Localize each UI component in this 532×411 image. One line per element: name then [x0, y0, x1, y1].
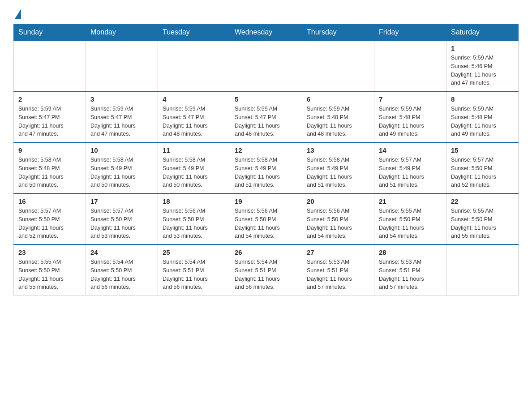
day-info: Sunrise: 5:57 AMSunset: 5:49 PMDaylight:… — [379, 156, 442, 189]
day-number: 7 — [379, 95, 442, 103]
table-row: 10Sunrise: 5:58 AMSunset: 5:49 PMDayligh… — [86, 142, 158, 193]
day-number: 10 — [90, 146, 153, 154]
table-row: 27Sunrise: 5:53 AMSunset: 5:51 PMDayligh… — [302, 244, 374, 295]
day-info: Sunrise: 5:56 AMSunset: 5:50 PMDaylight:… — [307, 207, 369, 240]
col-thursday: Thursday — [302, 25, 374, 41]
table-row: 16Sunrise: 5:57 AMSunset: 5:50 PMDayligh… — [14, 193, 86, 244]
day-number: 14 — [379, 146, 442, 154]
day-info: Sunrise: 5:54 AMSunset: 5:51 PMDaylight:… — [163, 258, 225, 291]
table-row: 9Sunrise: 5:58 AMSunset: 5:48 PMDaylight… — [14, 142, 86, 193]
day-number: 8 — [451, 95, 514, 103]
table-row: 1Sunrise: 5:59 AMSunset: 5:46 PMDaylight… — [446, 40, 519, 91]
table-row: 2Sunrise: 5:59 AMSunset: 5:47 PMDaylight… — [14, 91, 86, 142]
day-number: 9 — [18, 146, 81, 154]
day-number: 19 — [235, 197, 297, 205]
col-sunday: Sunday — [14, 25, 86, 41]
day-number: 17 — [90, 197, 153, 205]
logo-triangle-icon — [15, 9, 21, 19]
header — [13, 9, 519, 20]
day-number: 28 — [379, 248, 442, 256]
col-friday: Friday — [374, 25, 446, 41]
table-row: 11Sunrise: 5:58 AMSunset: 5:49 PMDayligh… — [158, 142, 230, 193]
table-row: 21Sunrise: 5:55 AMSunset: 5:50 PMDayligh… — [374, 193, 446, 244]
day-info: Sunrise: 5:57 AMSunset: 5:50 PMDaylight:… — [90, 207, 153, 240]
table-row — [446, 244, 519, 295]
table-row: 7Sunrise: 5:59 AMSunset: 5:48 PMDaylight… — [374, 91, 446, 142]
table-row — [158, 40, 230, 91]
day-info: Sunrise: 5:54 AMSunset: 5:50 PMDaylight:… — [90, 258, 153, 291]
day-number: 1 — [451, 44, 514, 52]
table-row: 15Sunrise: 5:57 AMSunset: 5:50 PMDayligh… — [446, 142, 519, 193]
day-info: Sunrise: 5:59 AMSunset: 5:47 PMDaylight:… — [18, 105, 81, 138]
day-number: 15 — [451, 146, 514, 154]
day-info: Sunrise: 5:59 AMSunset: 5:48 PMDaylight:… — [451, 105, 514, 138]
day-info: Sunrise: 5:55 AMSunset: 5:50 PMDaylight:… — [18, 258, 81, 291]
day-info: Sunrise: 5:59 AMSunset: 5:47 PMDaylight:… — [163, 105, 225, 138]
col-saturday: Saturday — [446, 25, 519, 41]
day-info: Sunrise: 5:57 AMSunset: 5:50 PMDaylight:… — [18, 207, 81, 240]
day-number: 16 — [18, 197, 81, 205]
day-info: Sunrise: 5:57 AMSunset: 5:50 PMDaylight:… — [451, 156, 514, 189]
day-number: 12 — [235, 146, 297, 154]
day-number: 2 — [18, 95, 81, 103]
day-number: 23 — [18, 248, 81, 256]
table-row: 26Sunrise: 5:54 AMSunset: 5:51 PMDayligh… — [230, 244, 302, 295]
table-row: 22Sunrise: 5:55 AMSunset: 5:50 PMDayligh… — [446, 193, 519, 244]
table-row: 6Sunrise: 5:59 AMSunset: 5:48 PMDaylight… — [302, 91, 374, 142]
table-row: 23Sunrise: 5:55 AMSunset: 5:50 PMDayligh… — [14, 244, 86, 295]
day-info: Sunrise: 5:59 AMSunset: 5:47 PMDaylight:… — [235, 105, 297, 138]
day-info: Sunrise: 5:58 AMSunset: 5:48 PMDaylight:… — [18, 156, 81, 189]
calendar-week-row: 1Sunrise: 5:59 AMSunset: 5:46 PMDaylight… — [14, 40, 519, 91]
day-number: 13 — [307, 146, 369, 154]
table-row: 28Sunrise: 5:53 AMSunset: 5:51 PMDayligh… — [374, 244, 446, 295]
day-info: Sunrise: 5:59 AMSunset: 5:48 PMDaylight:… — [379, 105, 442, 138]
table-row: 24Sunrise: 5:54 AMSunset: 5:50 PMDayligh… — [86, 244, 158, 295]
day-number: 3 — [90, 95, 153, 103]
day-info: Sunrise: 5:58 AMSunset: 5:49 PMDaylight:… — [163, 156, 225, 189]
day-info: Sunrise: 5:55 AMSunset: 5:50 PMDaylight:… — [379, 207, 442, 240]
calendar-table: Sunday Monday Tuesday Wednesday Thursday… — [13, 24, 519, 295]
table-row — [14, 40, 86, 91]
calendar-week-row: 23Sunrise: 5:55 AMSunset: 5:50 PMDayligh… — [14, 244, 519, 295]
day-info: Sunrise: 5:59 AMSunset: 5:48 PMDaylight:… — [307, 105, 369, 138]
day-info: Sunrise: 5:56 AMSunset: 5:50 PMDaylight:… — [163, 207, 225, 240]
table-row: 18Sunrise: 5:56 AMSunset: 5:50 PMDayligh… — [158, 193, 230, 244]
day-number: 24 — [90, 248, 153, 256]
calendar-week-row: 16Sunrise: 5:57 AMSunset: 5:50 PMDayligh… — [14, 193, 519, 244]
day-number: 6 — [307, 95, 369, 103]
logo — [13, 9, 21, 20]
day-number: 5 — [235, 95, 297, 103]
table-row: 17Sunrise: 5:57 AMSunset: 5:50 PMDayligh… — [86, 193, 158, 244]
table-row: 13Sunrise: 5:58 AMSunset: 5:49 PMDayligh… — [302, 142, 374, 193]
day-number: 26 — [235, 248, 297, 256]
day-info: Sunrise: 5:54 AMSunset: 5:51 PMDaylight:… — [235, 258, 297, 291]
day-info: Sunrise: 5:59 AMSunset: 5:46 PMDaylight:… — [451, 54, 514, 87]
table-row — [374, 40, 446, 91]
day-number: 25 — [163, 248, 225, 256]
day-info: Sunrise: 5:55 AMSunset: 5:50 PMDaylight:… — [451, 207, 514, 240]
day-info: Sunrise: 5:58 AMSunset: 5:49 PMDaylight:… — [90, 156, 153, 189]
table-row: 14Sunrise: 5:57 AMSunset: 5:49 PMDayligh… — [374, 142, 446, 193]
table-row: 25Sunrise: 5:54 AMSunset: 5:51 PMDayligh… — [158, 244, 230, 295]
day-info: Sunrise: 5:56 AMSunset: 5:50 PMDaylight:… — [235, 207, 297, 240]
day-info: Sunrise: 5:59 AMSunset: 5:47 PMDaylight:… — [90, 105, 153, 138]
day-number: 4 — [163, 95, 225, 103]
table-row: 5Sunrise: 5:59 AMSunset: 5:47 PMDaylight… — [230, 91, 302, 142]
col-tuesday: Tuesday — [158, 25, 230, 41]
day-number: 11 — [163, 146, 225, 154]
col-monday: Monday — [86, 25, 158, 41]
calendar-week-row: 9Sunrise: 5:58 AMSunset: 5:48 PMDaylight… — [14, 142, 519, 193]
calendar-week-row: 2Sunrise: 5:59 AMSunset: 5:47 PMDaylight… — [14, 91, 519, 142]
calendar-header-row: Sunday Monday Tuesday Wednesday Thursday… — [14, 25, 519, 41]
day-number: 21 — [379, 197, 442, 205]
col-wednesday: Wednesday — [230, 25, 302, 41]
day-info: Sunrise: 5:53 AMSunset: 5:51 PMDaylight:… — [379, 258, 442, 291]
table-row — [86, 40, 158, 91]
day-number: 27 — [307, 248, 369, 256]
table-row: 19Sunrise: 5:56 AMSunset: 5:50 PMDayligh… — [230, 193, 302, 244]
day-number: 22 — [451, 197, 514, 205]
day-number: 18 — [163, 197, 225, 205]
day-info: Sunrise: 5:58 AMSunset: 5:49 PMDaylight:… — [307, 156, 369, 189]
table-row: 20Sunrise: 5:56 AMSunset: 5:50 PMDayligh… — [302, 193, 374, 244]
table-row: 4Sunrise: 5:59 AMSunset: 5:47 PMDaylight… — [158, 91, 230, 142]
